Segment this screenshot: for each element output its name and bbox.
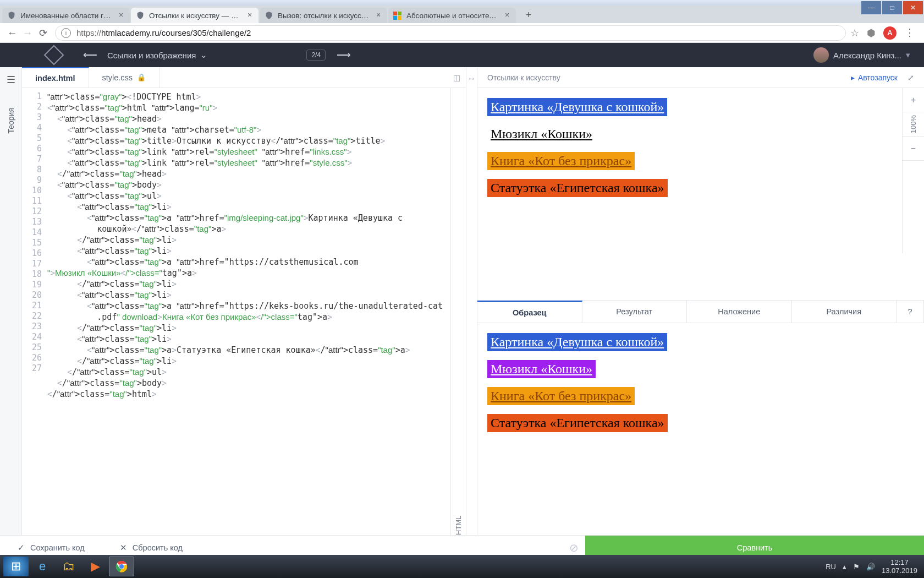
new-tab-button[interactable]: + [520,7,537,23]
svg-point-1 [119,564,124,569]
tray-lang[interactable]: RU [826,563,836,571]
editor-pane: index.html style.css🔒 ◫ 1 2 3 4 5 6 7 8 … [22,67,466,535]
browser-tab-2[interactable]: Вызов: отсылки к искусству - Ку × [260,8,387,23]
save-button[interactable]: ✓Сохранить код [0,543,102,552]
zoom-in[interactable]: + [903,88,924,112]
task-media[interactable]: ▶ [82,557,108,576]
preview-result: Картинка «Девушка с кошкой»Мюзикл «Кошки… [477,88,924,300]
menu-icon[interactable]: ⋮ [904,28,915,39]
file-tab-index[interactable]: index.html [22,67,89,88]
tab-title: Вызов: отсылки к искусству - Ку [278,12,372,20]
url-scheme: https:// [76,28,101,37]
theory-rail: ☰ Теория [0,67,22,535]
tab-help[interactable]: ? [897,301,924,323]
warning-icon[interactable]: ⊘ [562,541,585,554]
next-arrow-icon[interactable]: ⟶ [337,49,350,61]
preview-link[interactable]: Мюзикл «Кошки» [487,125,596,143]
autorun-toggle[interactable]: ▸Автозапуск [851,73,898,82]
zoom-100[interactable]: 100% [903,112,924,137]
preview-link[interactable]: Книга «Кот без прикрас» [487,152,635,170]
task-ie[interactable]: e [30,557,55,576]
browser-tabstrip: Именованные области грида: с × Отсылки к… [0,6,924,23]
profile-avatar[interactable]: А [883,26,897,40]
preview-pane: Отсылки к искусству ▸Автозапуск ⤢ Картин… [477,67,924,535]
close-icon[interactable]: × [245,11,254,20]
preview-link[interactable]: Картинка «Девушка с кошкой» [487,333,667,351]
play-icon: ▸ [851,73,855,82]
logo-icon[interactable] [44,45,64,66]
html-rail-label[interactable]: HTML [454,98,463,535]
tab-sample[interactable]: Образец [477,301,582,323]
course-title[interactable]: Ссылки и изображения ⌄ [107,50,207,60]
shield-icon [135,11,145,20]
preview-title: Отсылки к искусству [487,73,560,82]
html-rail: HTML [450,88,466,535]
theory-label[interactable]: Теория [7,108,15,134]
chevron-down-icon: ⌄ [200,50,207,60]
window-titlebar: — □ ✕ [0,0,924,6]
user-menu[interactable]: Александр Кинз... ▾ [813,47,910,63]
close-icon: ✕ [120,543,127,552]
tray-up-icon[interactable]: ▴ [843,563,846,571]
window-maximize[interactable]: □ [882,1,902,14]
forward-button[interactable]: → [20,25,35,41]
browser-tab-3[interactable]: Абсолютные и относительные × [388,8,516,23]
preview-link[interactable]: Книга «Кот без прикрас» [487,387,635,405]
task-explorer[interactable]: 🗂 [56,557,81,576]
system-tray: RU ▴ ⚑ 🔊 12:1713.07.2019 [826,558,921,575]
info-icon: i [61,28,71,38]
reload-button[interactable]: ⟳ [35,25,51,41]
task-chrome[interactable] [109,557,134,576]
tray-clock[interactable]: 12:1713.07.2019 [882,558,917,575]
code-editor[interactable]: "attr">class="gray"><!DOCTYPE html> <"at… [46,88,450,535]
squares-icon [393,11,402,20]
start-button[interactable]: ⊞ [3,557,29,576]
pane-resize-handle[interactable]: ↔ [466,67,477,535]
split-icon[interactable]: ◫ [453,73,460,82]
bookmark-icon[interactable]: ☆ [850,27,859,39]
preview-link[interactable]: Статуэтка «Египетская кошка» [487,179,668,197]
close-icon[interactable]: × [374,11,383,20]
back-button[interactable]: ← [4,25,20,41]
url-path: htmlacademy.ru/courses/305/challenge/2 [101,28,251,37]
browser-tab-1[interactable]: Отсылки к искусству — Ссылки × [131,8,258,23]
tab-title: Именованные области грида: с [20,12,114,20]
check-icon: ✓ [18,543,25,552]
tray-flag-icon[interactable]: ⚑ [853,563,860,571]
chevron-down-icon: ▾ [906,50,910,60]
window-minimize[interactable]: — [861,1,881,14]
zoom-rail: + 100% − [902,88,924,253]
course-name: Ссылки и изображения [107,51,196,60]
shield-icon [264,11,273,20]
preview-header: Отсылки к искусству ▸Автозапуск ⤢ [477,67,924,88]
prev-arrow-icon[interactable]: ⟵ [83,49,96,61]
preview-link[interactable]: Статуэтка «Египетская кошка» [487,414,668,432]
browser-toolbar: ← → ⟳ i https://htmlacademy.ru/courses/3… [0,23,924,43]
lock-icon: 🔒 [137,73,146,81]
reset-button[interactable]: ✕Сбросить код [102,543,200,552]
browser-tab-0[interactable]: Именованные области грида: с × [2,8,130,23]
close-icon[interactable]: × [503,11,512,20]
preview-reference: Картинка «Девушка с кошкой»Мюзикл «Кошки… [477,323,924,535]
tab-diff[interactable]: Различия [792,301,897,323]
tray-sound-icon[interactable]: 🔊 [866,563,875,571]
zoom-out[interactable]: − [903,137,924,161]
file-tab-style[interactable]: style.css🔒 [89,67,160,88]
tab-overlay[interactable]: Наложение [687,301,792,323]
line-gutter: 1 2 3 4 5 6 7 8 9 10 11 12 13 14 15 16 1… [22,88,46,535]
preview-link[interactable]: Картинка «Девушка с кошкой» [487,98,667,116]
hamburger-icon[interactable]: ☰ [7,74,15,86]
preview-link[interactable]: Мюзикл «Кошки» [487,360,596,378]
extension-icon[interactable]: ⬢ [867,27,876,39]
windows-taskbar: ⊞ e 🗂 ▶ RU ▴ ⚑ 🔊 12:1713.07.2019 [0,555,924,578]
address-bar[interactable]: i https://htmlacademy.ru/courses/305/cha… [55,25,846,41]
main-area: ☰ Теория index.html style.css🔒 ◫ 1 2 3 4… [0,67,924,535]
tab-result[interactable]: Результат [582,301,688,323]
user-name: Александр Кинз... [833,51,901,60]
window-close[interactable]: ✕ [903,1,923,14]
expand-icon[interactable]: ⤢ [908,73,914,82]
tab-title: Абсолютные и относительные [406,12,501,20]
close-icon[interactable]: × [117,11,125,20]
preview-tabs: Образец Результат Наложение Различия ? [477,300,924,323]
file-tabs: index.html style.css🔒 ◫ [22,67,466,88]
